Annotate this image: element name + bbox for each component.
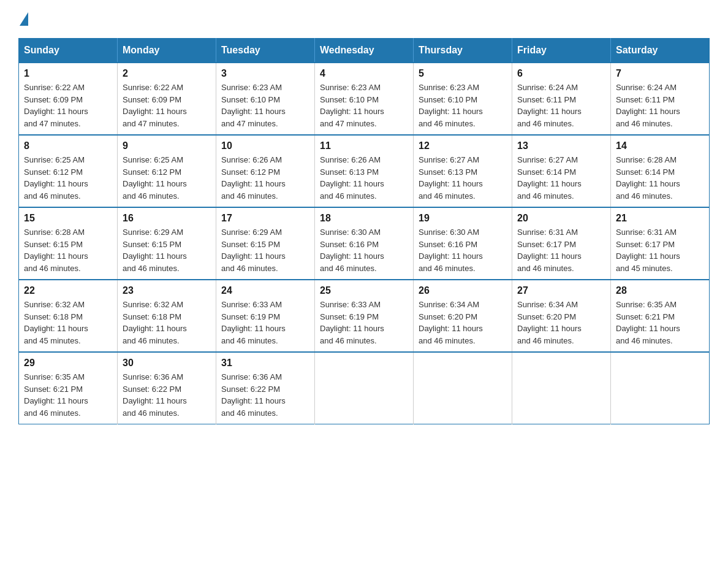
calendar-cell: 8 Sunrise: 6:25 AMSunset: 6:12 PMDayligh… (19, 135, 118, 207)
calendar-cell: 30 Sunrise: 6:36 AMSunset: 6:22 PMDaylig… (118, 352, 216, 424)
day-number: 5 (419, 68, 507, 79)
day-info: Sunrise: 6:24 AMSunset: 6:11 PMDaylight:… (517, 83, 582, 128)
calendar-cell: 7 Sunrise: 6:24 AMSunset: 6:11 PMDayligh… (611, 63, 710, 135)
day-number: 6 (517, 68, 605, 79)
day-info: Sunrise: 6:36 AMSunset: 6:22 PMDaylight:… (123, 372, 187, 418)
calendar-cell: 16 Sunrise: 6:29 AMSunset: 6:15 PMDaylig… (118, 207, 216, 280)
calendar-cell: 13 Sunrise: 6:27 AMSunset: 6:14 PMDaylig… (512, 135, 611, 207)
day-header-friday: Friday (512, 39, 611, 63)
calendar-cell: 6 Sunrise: 6:24 AMSunset: 6:11 PMDayligh… (512, 63, 611, 135)
day-number: 7 (616, 68, 704, 79)
day-number: 15 (24, 213, 112, 224)
calendar-table: SundayMondayTuesdayWednesdayThursdayFrid… (18, 38, 710, 424)
day-info: Sunrise: 6:34 AMSunset: 6:20 PMDaylight:… (419, 300, 483, 345)
day-header-saturday: Saturday (611, 39, 710, 63)
day-number: 21 (616, 213, 704, 224)
day-info: Sunrise: 6:29 AMSunset: 6:15 PMDaylight:… (123, 228, 187, 273)
day-info: Sunrise: 6:33 AMSunset: 6:19 PMDaylight:… (320, 300, 384, 345)
day-number: 25 (320, 285, 408, 296)
day-info: Sunrise: 6:28 AMSunset: 6:14 PMDaylight:… (616, 155, 680, 201)
day-number: 12 (419, 140, 507, 151)
calendar-cell: 4 Sunrise: 6:23 AMSunset: 6:10 PMDayligh… (315, 63, 414, 135)
calendar-cell: 14 Sunrise: 6:28 AMSunset: 6:14 PMDaylig… (611, 135, 710, 207)
day-info: Sunrise: 6:31 AMSunset: 6:17 PMDaylight:… (616, 228, 680, 273)
day-number: 16 (123, 213, 211, 224)
calendar-cell: 29 Sunrise: 6:35 AMSunset: 6:21 PMDaylig… (19, 352, 118, 424)
day-info: Sunrise: 6:27 AMSunset: 6:14 PMDaylight:… (517, 155, 582, 201)
day-header-thursday: Thursday (414, 39, 512, 63)
day-info: Sunrise: 6:28 AMSunset: 6:15 PMDaylight:… (24, 228, 88, 273)
day-info: Sunrise: 6:26 AMSunset: 6:12 PMDaylight:… (221, 155, 286, 201)
calendar-cell: 19 Sunrise: 6:30 AMSunset: 6:16 PMDaylig… (414, 207, 512, 280)
day-number: 8 (24, 140, 112, 151)
page-header (18, 12, 710, 26)
day-number: 10 (221, 140, 309, 151)
day-info: Sunrise: 6:29 AMSunset: 6:15 PMDaylight:… (221, 228, 286, 273)
day-info: Sunrise: 6:35 AMSunset: 6:21 PMDaylight:… (24, 372, 88, 418)
day-info: Sunrise: 6:31 AMSunset: 6:17 PMDaylight:… (517, 228, 582, 273)
day-info: Sunrise: 6:30 AMSunset: 6:16 PMDaylight:… (320, 228, 384, 273)
day-number: 22 (24, 285, 112, 296)
day-info: Sunrise: 6:23 AMSunset: 6:10 PMDaylight:… (221, 83, 286, 128)
calendar-cell: 24 Sunrise: 6:33 AMSunset: 6:19 PMDaylig… (216, 280, 315, 352)
day-header-wednesday: Wednesday (315, 39, 414, 63)
day-number: 26 (419, 285, 507, 296)
calendar-header-row: SundayMondayTuesdayWednesdayThursdayFrid… (19, 39, 710, 63)
day-number: 23 (123, 285, 211, 296)
calendar-cell: 22 Sunrise: 6:32 AMSunset: 6:18 PMDaylig… (19, 280, 118, 352)
day-number: 1 (24, 68, 112, 79)
day-info: Sunrise: 6:25 AMSunset: 6:12 PMDaylight:… (123, 155, 187, 201)
day-number: 14 (616, 140, 704, 151)
calendar-cell: 11 Sunrise: 6:26 AMSunset: 6:13 PMDaylig… (315, 135, 414, 207)
day-number: 30 (123, 358, 211, 369)
day-number: 3 (221, 68, 309, 79)
day-info: Sunrise: 6:26 AMSunset: 6:13 PMDaylight:… (320, 155, 384, 201)
calendar-cell: 17 Sunrise: 6:29 AMSunset: 6:15 PMDaylig… (216, 207, 315, 280)
calendar-cell (611, 352, 710, 424)
calendar-cell: 26 Sunrise: 6:34 AMSunset: 6:20 PMDaylig… (414, 280, 512, 352)
day-header-monday: Monday (118, 39, 216, 63)
calendar-week-3: 15 Sunrise: 6:28 AMSunset: 6:15 PMDaylig… (19, 207, 710, 280)
day-info: Sunrise: 6:33 AMSunset: 6:19 PMDaylight:… (221, 300, 286, 345)
calendar-cell: 25 Sunrise: 6:33 AMSunset: 6:19 PMDaylig… (315, 280, 414, 352)
day-number: 9 (123, 140, 211, 151)
calendar-week-1: 1 Sunrise: 6:22 AMSunset: 6:09 PMDayligh… (19, 63, 710, 135)
day-number: 19 (419, 213, 507, 224)
calendar-cell: 9 Sunrise: 6:25 AMSunset: 6:12 PMDayligh… (118, 135, 216, 207)
calendar-cell: 2 Sunrise: 6:22 AMSunset: 6:09 PMDayligh… (118, 63, 216, 135)
calendar-cell: 1 Sunrise: 6:22 AMSunset: 6:09 PMDayligh… (19, 63, 118, 135)
day-header-tuesday: Tuesday (216, 39, 315, 63)
day-number: 17 (221, 213, 309, 224)
day-info: Sunrise: 6:22 AMSunset: 6:09 PMDaylight:… (123, 83, 187, 128)
day-number: 20 (517, 213, 605, 224)
logo-triangle-icon (20, 12, 28, 26)
day-number: 28 (616, 285, 704, 296)
calendar-cell: 12 Sunrise: 6:27 AMSunset: 6:13 PMDaylig… (414, 135, 512, 207)
day-info: Sunrise: 6:27 AMSunset: 6:13 PMDaylight:… (419, 155, 483, 201)
day-header-sunday: Sunday (19, 39, 118, 63)
calendar-cell: 20 Sunrise: 6:31 AMSunset: 6:17 PMDaylig… (512, 207, 611, 280)
day-number: 13 (517, 140, 605, 151)
day-number: 18 (320, 213, 408, 224)
calendar-cell (512, 352, 611, 424)
day-number: 29 (24, 358, 112, 369)
logo (18, 12, 29, 26)
calendar-week-2: 8 Sunrise: 6:25 AMSunset: 6:12 PMDayligh… (19, 135, 710, 207)
day-info: Sunrise: 6:23 AMSunset: 6:10 PMDaylight:… (419, 83, 483, 128)
calendar-cell: 5 Sunrise: 6:23 AMSunset: 6:10 PMDayligh… (414, 63, 512, 135)
calendar-week-5: 29 Sunrise: 6:35 AMSunset: 6:21 PMDaylig… (19, 352, 710, 424)
calendar-cell: 18 Sunrise: 6:30 AMSunset: 6:16 PMDaylig… (315, 207, 414, 280)
calendar-cell (315, 352, 414, 424)
day-number: 31 (221, 358, 309, 369)
day-number: 24 (221, 285, 309, 296)
calendar-cell: 15 Sunrise: 6:28 AMSunset: 6:15 PMDaylig… (19, 207, 118, 280)
calendar-cell: 31 Sunrise: 6:36 AMSunset: 6:22 PMDaylig… (216, 352, 315, 424)
day-number: 11 (320, 140, 408, 151)
day-info: Sunrise: 6:22 AMSunset: 6:09 PMDaylight:… (24, 83, 88, 128)
day-number: 4 (320, 68, 408, 79)
day-info: Sunrise: 6:24 AMSunset: 6:11 PMDaylight:… (616, 83, 680, 128)
day-number: 2 (123, 68, 211, 79)
day-number: 27 (517, 285, 605, 296)
calendar-cell (414, 352, 512, 424)
day-info: Sunrise: 6:23 AMSunset: 6:10 PMDaylight:… (320, 83, 384, 128)
